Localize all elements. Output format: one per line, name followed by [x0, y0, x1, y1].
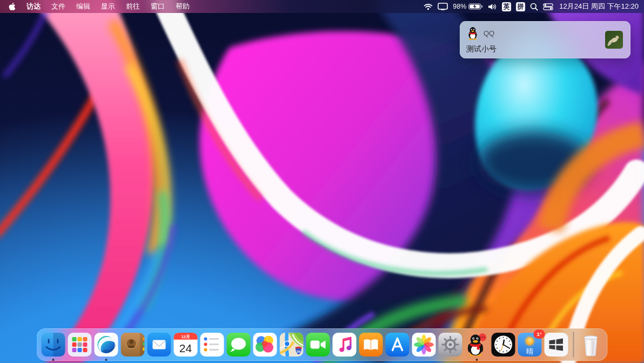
wifi-glyph [424, 3, 433, 10]
input-pinyin-icon[interactable]: 拼 [516, 2, 525, 11]
maps-shield-label: 280 [297, 351, 301, 353]
calendar-day: 24 [179, 342, 192, 354]
battery-percent: 98% [453, 3, 466, 10]
dock-item-finder[interactable] [41, 332, 66, 357]
reminders-icon [200, 332, 225, 357]
calendar-icon: 12月 24 [173, 332, 198, 357]
notification-qq[interactable]: QQ 测试小号 [460, 21, 630, 58]
dock-item-launchpad[interactable] [68, 332, 92, 357]
desktop: 访达 文件 编辑 显示 前往 窗口 帮助 98% [0, 0, 644, 363]
finder-icon [41, 332, 66, 357]
spotlight-search-icon[interactable] [530, 3, 538, 11]
windows-icon [544, 332, 569, 357]
dock-item-microsoft-edge[interactable] [94, 332, 119, 357]
menubar-clock[interactable]: 12月24日 周四 下午12:20 [558, 2, 639, 11]
dock-item-photos[interactable] [412, 332, 437, 357]
input-pinyin-label: 拼 [518, 2, 524, 11]
menu-bar: 访达 文件 编辑 显示 前往 窗口 帮助 98% [0, 0, 644, 13]
qq-app-icon [466, 26, 480, 40]
music-icon [332, 332, 357, 357]
speaker-glyph [488, 3, 497, 10]
input-english-label: 英 [504, 2, 510, 11]
books-icon [359, 332, 384, 357]
magnifier-glyph [530, 3, 538, 11]
dock-item-calendar[interactable]: 12月 24 [173, 332, 198, 357]
display-glyph [438, 3, 448, 10]
notification-thumbnail-hummingbird [605, 31, 623, 49]
apple-menu[interactable] [5, 2, 21, 11]
dock-item-system-preferences[interactable] [438, 332, 463, 357]
dock: 12月 24 [37, 328, 608, 361]
battery-charging-icon [468, 3, 483, 10]
dock-item-reminders[interactable] [200, 332, 225, 357]
running-indicator [52, 359, 55, 361]
screen-mirroring-icon[interactable] [438, 3, 448, 10]
volume-icon[interactable] [488, 3, 497, 10]
maps-icon: 280 [279, 332, 304, 357]
battery-indicator[interactable]: 98% [453, 3, 483, 10]
dock-item-app-store[interactable] [385, 332, 410, 357]
clock-icon [491, 332, 516, 357]
dock-item-mail[interactable] [147, 332, 172, 357]
dock-item-game-center[interactable] [253, 332, 278, 357]
facetime-icon [306, 332, 331, 357]
menu-go[interactable]: 前往 [120, 0, 145, 13]
menu-finder[interactable]: 访达 [21, 0, 46, 13]
running-indicator [105, 359, 108, 361]
dock-item-weather[interactable]: 晴 1° [518, 332, 542, 357]
notification-message: 测试小号 [466, 44, 497, 54]
dock-item-music[interactable] [332, 332, 357, 357]
messages-icon [226, 332, 251, 357]
mail-icon [147, 332, 172, 357]
menu-view[interactable]: 显示 [96, 0, 120, 13]
dock-item-windows[interactable] [544, 332, 569, 357]
notification-app-name: QQ [484, 29, 494, 37]
dock-item-maps[interactable]: 280 [279, 332, 304, 357]
apple-logo-icon [9, 2, 16, 11]
contacts-icon [120, 332, 145, 357]
control-center-icon[interactable] [543, 3, 553, 10]
wifi-icon[interactable] [424, 3, 433, 10]
weather-badge: 1° [534, 329, 545, 339]
running-indicator [476, 359, 478, 361]
game-center-icon [253, 332, 278, 357]
input-english-icon[interactable]: 英 [502, 2, 511, 11]
dock-item-facetime[interactable] [306, 332, 331, 357]
calendar-month: 12月 [181, 334, 190, 339]
photos-icon [412, 332, 437, 357]
dock-item-clock[interactable] [491, 332, 516, 357]
toggles-glyph [543, 3, 553, 10]
dock-item-messages[interactable] [226, 332, 251, 357]
dock-item-books[interactable] [359, 332, 384, 357]
trash-icon [579, 332, 603, 357]
weather-condition-label: 晴 [526, 347, 533, 355]
launchpad-icon [68, 332, 92, 357]
app-store-icon [385, 332, 410, 357]
dock-divider [573, 332, 574, 358]
dock-item-qq[interactable] [465, 332, 489, 357]
menubar-status-area: 98% 英 拼 [424, 2, 639, 11]
menu-file[interactable]: 文件 [46, 0, 71, 13]
menu-window[interactable]: 窗口 [145, 0, 170, 13]
system-preferences-icon [438, 332, 463, 357]
menu-edit[interactable]: 编辑 [71, 0, 96, 13]
dock-item-contacts[interactable] [120, 332, 145, 357]
menu-help[interactable]: 帮助 [170, 0, 195, 13]
qq-icon [465, 332, 489, 357]
dock-item-trash[interactable] [579, 332, 603, 357]
microsoft-edge-icon [94, 332, 119, 357]
